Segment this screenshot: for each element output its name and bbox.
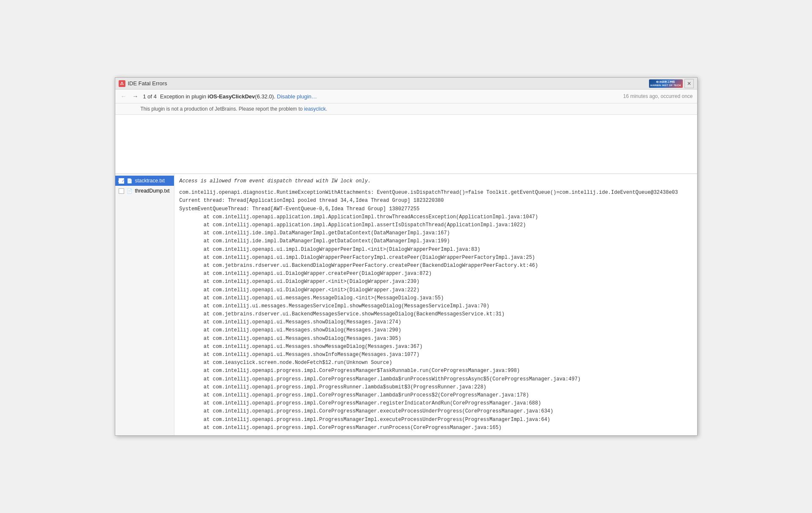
stack-line: at com.intellij.openapi.ui.DialogWrapper… <box>179 278 692 286</box>
plugin-version: (6.32.0). <box>255 93 275 100</box>
jetbrains-logo: 哈尔滨理工学院HARBIN INST OF TECH <box>649 79 683 88</box>
stacktrace-filename: stacktrace.txt <box>135 178 165 184</box>
stack-line: at com.intellij.openapi.progress.impl.Co… <box>179 399 692 407</box>
next-button[interactable]: → <box>131 92 140 100</box>
info-bar: This plugin is not a production of JetBr… <box>115 103 697 115</box>
stack-first-line: Access is allowed from event dispatch th… <box>179 177 692 185</box>
file-list: ✓ 📄 stacktrace.txt 📄 threadDump.txt <box>115 174 174 435</box>
exception-info: Exception in plugin iOS-EasyClickDev(6.3… <box>160 93 620 100</box>
error-counter: 1 of 4 <box>143 93 157 100</box>
stack-line: at com.intellij.openapi.progress.impl.Pr… <box>179 416 692 424</box>
stack-line: at com.intellij.openapi.ui.Messages.show… <box>179 351 692 359</box>
stacktrace-content[interactable]: Access is allowed from event dispatch th… <box>174 174 697 435</box>
stacktrace-checkbox[interactable]: ✓ <box>119 178 124 184</box>
stack-line: at com.intellij.openapi.progress.impl.Co… <box>179 367 692 375</box>
stack-line: at com.intellij.openapi.application.impl… <box>179 213 692 221</box>
stack-line: at com.intellij.ide.impl.DataManagerImpl… <box>179 237 692 245</box>
stack-line: at com.intellij.openapi.ui.impl.DialogWr… <box>179 246 692 254</box>
plugin-name: iOS-EasyClickDev <box>208 93 255 100</box>
stack-line: at com.intellij.ide.impl.DataManagerImpl… <box>179 229 692 237</box>
stack-line: at com.intellij.openapi.progress.impl.Co… <box>179 375 692 383</box>
stack-line: at com.intellij.openapi.ui.DialogWrapper… <box>179 286 692 294</box>
stack-line: at com.intellij.openapi.ui.impl.DialogWr… <box>179 254 692 262</box>
threaddump-filename: threadDump.txt <box>135 188 170 194</box>
stack-line: at com.jetbrains.rdserver.ui.BackendDial… <box>179 262 692 270</box>
file-item-stacktrace[interactable]: ✓ 📄 stacktrace.txt <box>115 176 174 186</box>
disable-plugin-link[interactable]: Disable plugin… <box>277 93 317 100</box>
ieasyclick-link[interactable]: ieasyclick <box>304 106 326 112</box>
window-title: IDE Fatal Errors <box>128 80 167 87</box>
stack-line: at com.ieasyclick.screen.node.NodeFetch$… <box>179 359 692 367</box>
stack-line: com.intellij.openapi.diagnostic.RuntimeE… <box>179 189 692 197</box>
stack-line: SystemEventQueueThread: Thread[AWT-Event… <box>179 205 692 213</box>
title-bar-right: 哈尔滨理工学院HARBIN INST OF TECH ✕ <box>649 79 694 88</box>
stack-line: at com.intellij.openapi.ui.Messages.show… <box>179 318 692 326</box>
info-text-after: . <box>326 106 327 112</box>
info-text-before: This plugin is not a production of JetBr… <box>141 106 304 112</box>
threaddump-file-icon: 📄 <box>127 188 133 194</box>
prev-button[interactable]: ← <box>119 92 128 100</box>
close-button[interactable]: ✕ <box>684 79 694 88</box>
stack-line: at com.intellij.openapi.progress.impl.Pr… <box>179 383 692 391</box>
stack-line: at com.intellij.openapi.ui.Messages.show… <box>179 343 692 351</box>
error-timestamp: 16 minutes ago, occurred once <box>623 93 693 99</box>
stack-line: at com.intellij.openapi.ui.Messages.show… <box>179 335 692 343</box>
stack-line: at com.intellij.openapi.ui.DialogWrapper… <box>179 270 692 278</box>
stack-line: at com.intellij.openapi.progress.impl.Co… <box>179 424 692 432</box>
ide-fatal-errors-window: ⚠ IDE Fatal Errors 哈尔滨理工学院HARBIN INST OF… <box>115 77 698 436</box>
stack-line: Current thread: Thread[ApplicationImpl p… <box>179 197 692 205</box>
title-bar-left: ⚠ IDE Fatal Errors <box>119 80 167 87</box>
stack-line: at com.intellij.ui.messages.MessagesServ… <box>179 302 692 310</box>
stack-line: at com.jetbrains.rdserver.ui.BackendMess… <box>179 310 692 318</box>
threaddump-checkbox[interactable] <box>119 188 124 194</box>
preview-pane <box>115 115 697 174</box>
stack-line: at com.intellij.openapi.ui.Messages.show… <box>179 326 692 334</box>
stacktrace-file-icon: 📄 <box>127 178 133 184</box>
stack-line: at com.intellij.openapi.ui.messages.Mess… <box>179 294 692 302</box>
lower-pane: ✓ 📄 stacktrace.txt 📄 threadDump.txt Acce… <box>115 174 697 435</box>
stack-line: at com.intellij.openapi.progress.impl.Co… <box>179 391 692 399</box>
exception-prefix: Exception in plugin <box>160 93 208 100</box>
file-item-threaddump[interactable]: 📄 threadDump.txt <box>115 186 174 196</box>
stack-line: at com.intellij.openapi.progress.impl.Co… <box>179 407 692 415</box>
stack-lines: com.intellij.openapi.diagnostic.RuntimeE… <box>179 189 692 432</box>
title-bar: ⚠ IDE Fatal Errors 哈尔滨理工学院HARBIN INST OF… <box>115 78 697 90</box>
nav-bar: ← → 1 of 4 Exception in plugin iOS-EasyC… <box>115 90 697 103</box>
stack-line: at com.intellij.openapi.application.impl… <box>179 221 692 229</box>
error-icon: ⚠ <box>119 80 125 87</box>
